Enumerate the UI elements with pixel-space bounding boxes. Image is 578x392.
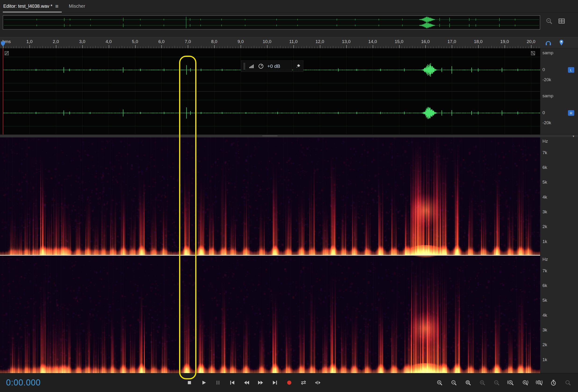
zoom-reset-icon [564, 379, 571, 386]
tick-mark [259, 47, 259, 48]
tick-mark [40, 47, 40, 48]
tick-mark [66, 47, 67, 48]
tick-mark [468, 47, 468, 48]
collapse-arrow-icon[interactable]: ▾ [573, 135, 574, 138]
pin-icon[interactable] [557, 39, 565, 47]
stop-button[interactable] [184, 377, 195, 388]
tick-mark [264, 47, 265, 48]
zoom-in-amplitude-icon [479, 379, 486, 386]
tick-mark [510, 47, 510, 48]
tick-mark [436, 47, 436, 48]
time-label: 18,0 [474, 39, 482, 44]
zoom-in-point-button[interactable] [505, 377, 516, 388]
playhead-marker[interactable] [1, 41, 5, 46]
frequency-label: 7k [542, 268, 547, 273]
tick-mark [254, 46, 254, 48]
frequency-label: Hz [542, 139, 548, 144]
tick-mark [80, 47, 80, 48]
hud-volume-value[interactable]: +0 dB [267, 63, 280, 69]
tab-mixer[interactable]: Mischer [68, 0, 88, 12]
tick-mark [404, 47, 404, 48]
tick-mark [88, 47, 88, 48]
spectrogram-display[interactable] [0, 138, 540, 373]
tick-mark [236, 47, 236, 48]
tick-mark [53, 47, 53, 48]
tick-mark [175, 46, 175, 48]
splitter-grip-icon[interactable] [262, 135, 278, 137]
pause-button[interactable] [212, 377, 224, 388]
zoom-out-point-button[interactable] [519, 377, 530, 388]
tick-mark [169, 47, 170, 48]
zoom-in-button[interactable] [434, 377, 445, 388]
tick-mark [423, 47, 423, 48]
volume-hud[interactable]: +0 dB [241, 61, 292, 72]
tick-mark [61, 47, 61, 48]
timer-button[interactable] [548, 377, 559, 388]
frequency-label: 7k [542, 150, 547, 155]
headphones-icon[interactable] [544, 39, 552, 47]
time-display[interactable]: 0:00.000 [6, 378, 41, 388]
overview-toolbar [545, 17, 566, 25]
channel-badge-r[interactable]: R [568, 110, 574, 116]
fade-out-handle[interactable] [531, 51, 535, 55]
overview-waveform-canvas [3, 16, 539, 29]
tick-mark [343, 47, 344, 48]
tab-editor[interactable]: Editor: test_l4038.wav * ≡ [3, 0, 62, 12]
tick-mark [491, 46, 492, 48]
zoom-in-amplitude-button[interactable] [477, 377, 488, 388]
panel-splitter[interactable] [0, 135, 540, 138]
time-label: 5,0 [132, 39, 138, 44]
volume-knob-icon[interactable] [258, 63, 264, 69]
loop-button[interactable] [298, 377, 309, 388]
play-button[interactable] [198, 377, 209, 388]
tick-mark [529, 47, 529, 48]
tick-mark [56, 45, 56, 48]
tick-mark [127, 47, 127, 48]
playhead-line[interactable] [3, 49, 3, 135]
tick-mark [362, 47, 362, 48]
record-button[interactable] [284, 377, 295, 388]
tick-mark [222, 47, 222, 48]
zoom-selection-button[interactable] [462, 377, 474, 388]
tick-mark [212, 47, 212, 48]
tick-mark [164, 47, 164, 48]
transport-buttons [184, 373, 323, 392]
hud-pin-button[interactable] [293, 61, 303, 72]
tick-mark [309, 47, 310, 48]
tick-mark [209, 47, 209, 48]
tick-mark [280, 46, 280, 48]
zoom-out-button[interactable] [448, 377, 459, 388]
zoom-out-full-icon[interactable] [545, 17, 553, 25]
fast-forward-button[interactable] [255, 377, 266, 388]
play-icon [200, 379, 207, 386]
zoom-out-amplitude-icon [493, 379, 500, 386]
tick-mark [267, 45, 268, 48]
timeline-ruler[interactable]: hms 1,02,03,04,05,06,07,08,09,010,011,01… [0, 37, 540, 49]
channel-badge-l[interactable]: L [568, 67, 574, 73]
timer-icon [550, 379, 557, 386]
skip-selection-button[interactable] [312, 377, 323, 388]
tick-mark [320, 45, 320, 48]
tick-mark [106, 47, 106, 48]
overview-navigator[interactable] [3, 15, 540, 29]
waveform-scale: samp0-20kLsamp0-20kR [540, 49, 578, 135]
waveform-display[interactable]: +0 dB [0, 49, 540, 135]
tick-mark [93, 47, 93, 48]
tick-mark [338, 47, 338, 48]
skip-back-button[interactable] [227, 377, 238, 388]
rewind-button[interactable] [241, 377, 252, 388]
tick-mark [204, 47, 204, 48]
zoom-full-selection-button[interactable] [533, 377, 545, 388]
tick-mark [518, 46, 518, 48]
hud-drag-handle[interactable] [243, 63, 245, 70]
time-label: 17,0 [447, 39, 456, 44]
panel-menu-icon[interactable]: ≡ [55, 3, 58, 9]
tick-mark [172, 47, 172, 48]
skip-forward-button[interactable] [269, 377, 281, 388]
fade-in-handle[interactable] [5, 51, 9, 55]
panel-grid-icon[interactable] [557, 17, 566, 25]
tick-mark [333, 46, 333, 48]
zoom-out-amplitude-button[interactable] [491, 377, 502, 388]
zoom-full-selection-icon [536, 379, 543, 386]
zoom-reset-button[interactable] [562, 377, 573, 388]
